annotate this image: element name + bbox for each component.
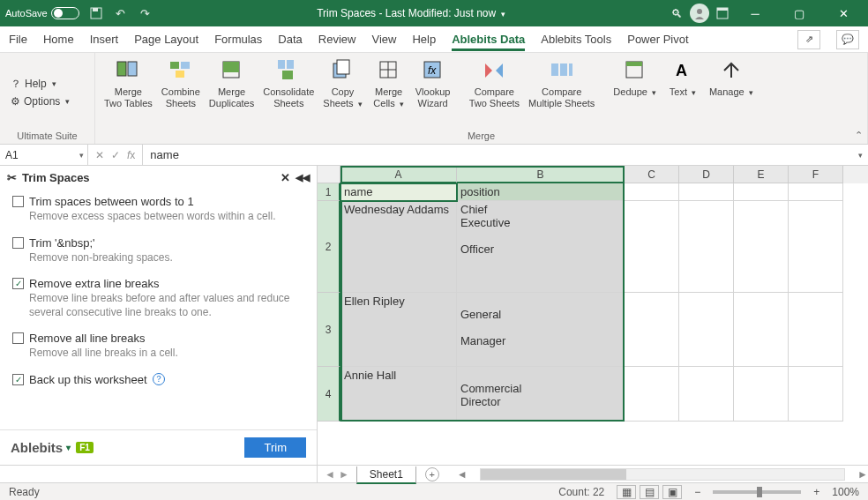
comments-icon[interactable]: 💬	[836, 30, 859, 49]
tab-file[interactable]: File	[9, 29, 27, 49]
autosave-toggle[interactable]: AutoSave	[5, 7, 79, 19]
cancel-formula-icon[interactable]: ✕	[95, 149, 104, 161]
tab-help[interactable]: Help	[412, 29, 436, 49]
zoom-slider[interactable]	[713, 490, 801, 494]
checkbox-icon[interactable]: ✓	[12, 374, 24, 385]
share-icon[interactable]: ⇗	[797, 30, 820, 49]
maximize-button[interactable]: ▢	[780, 0, 819, 26]
cell[interactable]	[734, 183, 789, 201]
tab-ablebits-tools[interactable]: Ablebits Tools	[541, 29, 611, 49]
tab-insert[interactable]: Insert	[90, 29, 119, 49]
cell[interactable]	[625, 367, 679, 422]
add-sheet-button[interactable]: +	[425, 467, 439, 481]
options-menu[interactable]: ⚙Options▾	[11, 95, 70, 108]
option-1[interactable]: Trim '&nbsp;'	[12, 236, 304, 250]
col-header-D[interactable]: D	[679, 166, 734, 183]
undo-icon[interactable]: ↶	[113, 5, 129, 21]
select-all-corner[interactable]	[318, 166, 340, 183]
col-header-C[interactable]: C	[625, 166, 679, 183]
ribbon-copy-sheets[interactable]: CopySheets ▾	[319, 55, 365, 110]
tab-home[interactable]: Home	[43, 29, 74, 49]
save-icon[interactable]	[88, 5, 104, 21]
cell[interactable]: Chief Executive Officer	[457, 201, 625, 293]
zoom-in-icon[interactable]: +	[813, 486, 819, 498]
option-2[interactable]: ✓Remove extra line breaks	[12, 277, 304, 290]
cell[interactable]	[734, 293, 789, 367]
cell[interactable]	[679, 293, 734, 367]
cell[interactable]	[679, 201, 734, 293]
cell[interactable]: Wednesday Addams	[340, 201, 457, 293]
cell[interactable]	[789, 183, 843, 201]
cell[interactable]: General Manager	[457, 293, 625, 367]
f1-badge[interactable]: F1	[76, 442, 94, 453]
collapse-ribbon-icon[interactable]: ⌃	[855, 130, 863, 141]
cell[interactable]: Ellen Ripley	[340, 293, 457, 367]
cell[interactable]	[625, 201, 679, 293]
col-header-B[interactable]: B	[457, 166, 625, 183]
option-3[interactable]: Remove all line breaks	[12, 332, 304, 345]
row-header[interactable]: 2	[318, 201, 340, 293]
pane-close-icon[interactable]: ✕	[281, 171, 290, 184]
tab-view[interactable]: View	[371, 29, 396, 49]
info-icon[interactable]: ？	[153, 373, 165, 385]
cell[interactable]: position	[457, 183, 625, 201]
tab-formulas[interactable]: Formulas	[214, 29, 262, 49]
sheet-nav-prev-icon[interactable]: ►	[339, 468, 349, 481]
option-0[interactable]: Trim spaces between words to 1	[12, 195, 304, 208]
tab-page-layout[interactable]: Page Layout	[134, 29, 198, 49]
spreadsheet-grid[interactable]: ABCDEF1nameposition2Wednesday AddamsChie…	[318, 166, 868, 465]
ribbon-compare-two-sheets[interactable]: CompareTwo Sheets	[466, 55, 523, 110]
tab-review[interactable]: Review	[318, 29, 356, 49]
tab-ablebits-data[interactable]: Ablebits Data	[452, 29, 525, 51]
pane-collapse-icon[interactable]: ◀◀	[296, 172, 310, 183]
name-box[interactable]: A1▾	[0, 145, 88, 165]
ribbon-compare-multiple-sheets[interactable]: CompareMultiple Sheets	[525, 55, 598, 110]
enter-formula-icon[interactable]: ✓	[111, 149, 120, 161]
ribbon-dedupe[interactable]: Dedupe ▾	[610, 55, 660, 100]
checkbox-icon[interactable]	[12, 196, 24, 207]
ribbon-combine-sheets[interactable]: CombineSheets	[158, 55, 204, 110]
cell[interactable]	[625, 183, 679, 201]
minimize-button[interactable]: ─	[736, 0, 774, 26]
option-4[interactable]: ✓Back up this worksheet？	[12, 373, 304, 386]
tab-power-pivot[interactable]: Power Pivot	[627, 29, 688, 49]
row-header[interactable]: 1	[318, 183, 340, 201]
ribbon-vlookup-wizard[interactable]: fxVlookupWizard	[412, 55, 454, 110]
formula-input[interactable]: name▾	[143, 145, 868, 165]
fx-icon[interactable]: fx	[127, 149, 135, 161]
ribbon-display-icon[interactable]	[715, 5, 730, 21]
ribbon-text[interactable]: AText ▾	[662, 55, 704, 100]
cell[interactable]	[789, 201, 843, 293]
view-normal-icon[interactable]: ▦	[617, 485, 636, 499]
sheet-tab[interactable]: Sheet1	[356, 466, 416, 484]
row-header[interactable]: 3	[318, 293, 340, 367]
cell[interactable]	[734, 367, 789, 422]
zoom-level[interactable]: 100%	[832, 486, 859, 498]
ribbon-consolidate-sheets[interactable]: ConsolidateSheets	[259, 55, 318, 110]
col-header-E[interactable]: E	[734, 166, 789, 183]
horizontal-scrollbar[interactable]	[480, 468, 845, 481]
ribbon-merge-duplicates[interactable]: MergeDuplicates	[206, 55, 258, 110]
cell[interactable]	[789, 367, 843, 422]
view-page-layout-icon[interactable]: ▤	[640, 485, 659, 499]
help-menu[interactable]: ？Help▾	[11, 77, 56, 92]
close-button[interactable]: ✕	[824, 0, 863, 26]
tab-data[interactable]: Data	[278, 29, 302, 49]
row-header[interactable]: 4	[318, 367, 340, 422]
trim-button[interactable]: Trim	[244, 437, 306, 458]
cell[interactable]	[789, 293, 843, 367]
scroll-right-icon[interactable]: ►	[857, 468, 868, 481]
cell[interactable]	[734, 201, 789, 293]
cell[interactable]: name	[340, 183, 457, 201]
col-header-A[interactable]: A	[340, 166, 457, 183]
cell[interactable]: Commercial Director	[457, 367, 625, 422]
scroll-left-icon[interactable]: ◄	[457, 468, 468, 481]
cell[interactable]: Annie Hall	[340, 367, 457, 422]
zoom-out-icon[interactable]: −	[694, 486, 700, 498]
checkbox-icon[interactable]	[12, 332, 24, 344]
redo-icon[interactable]: ↷	[138, 5, 153, 21]
checkbox-icon[interactable]: ✓	[12, 278, 24, 289]
checkbox-icon[interactable]	[12, 237, 24, 249]
cell[interactable]	[679, 183, 734, 201]
ribbon-merge-two-tables[interactable]: MergeTwo Tables	[101, 55, 156, 110]
